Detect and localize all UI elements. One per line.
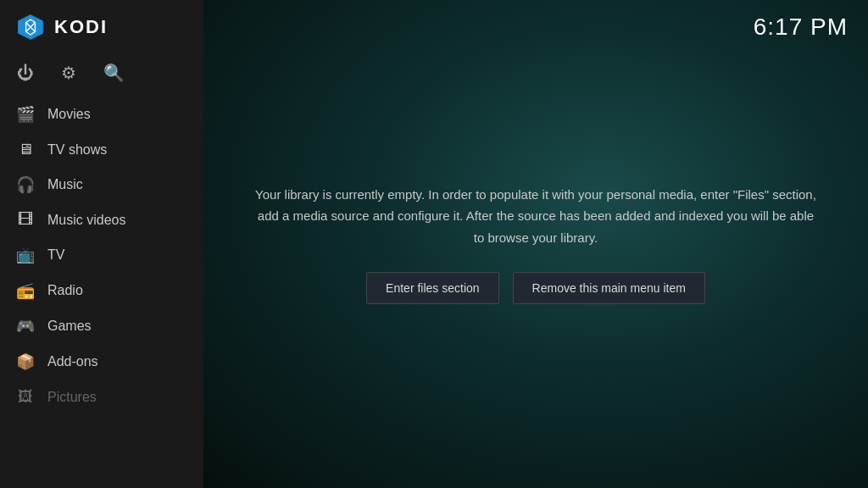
movies-icon: 🎬 — [15, 105, 36, 124]
pictures-icon: 🖼 — [15, 388, 36, 406]
sidebar: KODI ⏻ ⚙ 🔍 🎬 Movies 🖥 TV shows 🎧 Music 🎞… — [0, 0, 203, 488]
sidebar-item-label: Pictures — [47, 390, 97, 405]
clock-display: 6:17 PM — [754, 14, 848, 41]
sidebar-item-tv[interactable]: 📺 TV — [0, 237, 203, 273]
main-nav: 🎬 Movies 🖥 TV shows 🎧 Music 🎞 Music vide… — [0, 97, 203, 488]
sidebar-item-label: TV shows — [47, 142, 107, 158]
tv-icon: 📺 — [15, 246, 36, 264]
enter-files-section-button[interactable]: Enter files section — [366, 272, 499, 304]
power-icon[interactable]: ⏻ — [17, 64, 34, 83]
sidebar-item-label: Music — [47, 177, 83, 192]
search-icon[interactable]: 🔍 — [103, 63, 125, 83]
center-panel: Your library is currently empty. In orde… — [203, 0, 868, 488]
sidebar-item-music-videos[interactable]: 🎞 Music videos — [0, 202, 203, 237]
sidebar-item-pictures[interactable]: 🖼 Pictures — [0, 380, 203, 414]
remove-menu-item-button[interactable]: Remove this main menu item — [513, 272, 705, 304]
sidebar-item-label: Add-ons — [47, 354, 98, 369]
settings-icon[interactable]: ⚙ — [61, 63, 76, 83]
kodi-logo-icon — [15, 12, 46, 42]
toolbar: ⏻ ⚙ 🔍 — [0, 54, 203, 97]
sidebar-item-music[interactable]: 🎧 Music — [0, 167, 203, 202]
tv-shows-icon: 🖥 — [15, 141, 36, 158]
music-icon: 🎧 — [15, 175, 36, 194]
sidebar-item-games[interactable]: 🎮 Games — [0, 308, 203, 344]
sidebar-item-tv-shows[interactable]: 🖥 TV shows — [0, 132, 203, 167]
sidebar-item-label: Games — [47, 319, 92, 334]
games-icon: 🎮 — [15, 317, 36, 336]
action-buttons: Enter files section Remove this main men… — [366, 272, 705, 304]
add-ons-icon: 📦 — [15, 352, 36, 371]
app-title: KODI — [54, 16, 108, 38]
sidebar-item-label: TV — [47, 247, 64, 263]
sidebar-item-add-ons[interactable]: 📦 Add-ons — [0, 344, 203, 380]
sidebar-item-label: Movies — [47, 107, 91, 122]
radio-icon: 📻 — [15, 281, 36, 300]
music-videos-icon: 🎞 — [15, 211, 36, 229]
app-header: KODI — [0, 0, 203, 54]
sidebar-item-radio[interactable]: 📻 Radio — [0, 273, 203, 308]
sidebar-item-movies[interactable]: 🎬 Movies — [0, 97, 203, 132]
library-empty-message: Your library is currently empty. In orde… — [254, 184, 817, 249]
sidebar-item-label: Music videos — [47, 213, 125, 228]
sidebar-item-label: Radio — [47, 283, 83, 298]
main-content: 6:17 PM Your library is currently empty.… — [203, 0, 868, 488]
